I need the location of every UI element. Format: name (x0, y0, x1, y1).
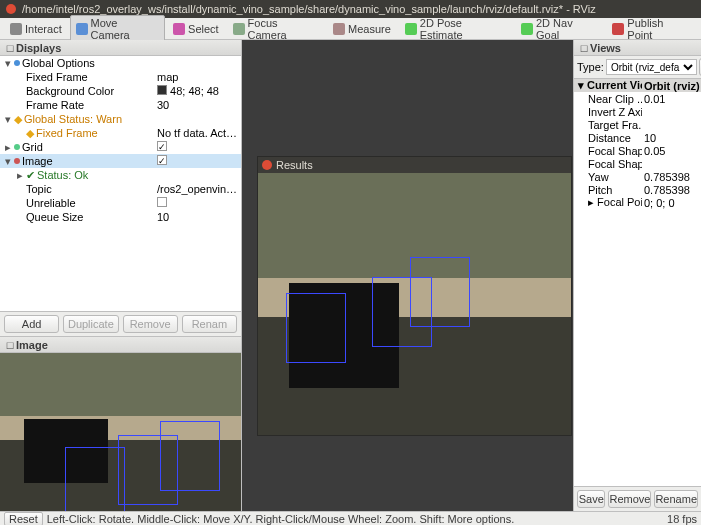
tree-row[interactable]: ▾ Image (0, 154, 241, 168)
views-type-row: Type: Orbit (rviz_defa Zero (574, 56, 701, 79)
results-view: FPS: 18 [0.912][TV/Monitor][0.687][Chair… (258, 173, 571, 435)
view-type-select[interactable]: Orbit (rviz_defa (606, 59, 697, 75)
detection-box (65, 447, 125, 511)
tool-interact[interactable]: Interact (4, 21, 68, 37)
view-prop-row[interactable]: Focal Shap...0.05 (574, 144, 701, 157)
views-buttons: Save Remove Rename (574, 486, 701, 511)
view-prop-row[interactable]: Pitch0.785398 (574, 183, 701, 196)
view-prop-row[interactable]: Distance10 (574, 131, 701, 144)
image-panel-header[interactable]: □ Image (0, 337, 241, 353)
remove-button[interactable]: Remove (123, 315, 178, 333)
results-title-text: Results (276, 159, 313, 171)
tool-focus-camera[interactable]: Focus Camera (227, 15, 325, 43)
tool-pose[interactable]: 2D Pose Estimate (399, 15, 513, 43)
results-window[interactable]: Results FPS: 18 [0.912][TV/Monitor][0.68… (257, 156, 572, 436)
detection-box (372, 277, 432, 347)
displays-title: Displays (16, 42, 61, 54)
close-icon[interactable] (262, 160, 272, 170)
warn-icon: ◆ (26, 127, 34, 140)
ok-icon: ✔ (26, 169, 35, 182)
tree-row[interactable]: ▸✔ Status: Ok (0, 168, 241, 182)
displays-header[interactable]: □ Displays (0, 40, 241, 56)
collapse-icon[interactable]: □ (4, 339, 16, 351)
views-title: Views (590, 42, 621, 54)
tree-row[interactable]: Fixed Framemap (0, 70, 241, 84)
focus-camera-icon (233, 23, 245, 35)
image-panel: □ Image FPS: 18 [0.912][TV/Moni[0.687][C… (0, 336, 241, 511)
tool-move-camera[interactable]: Move Camera (70, 15, 165, 43)
grid-icon (14, 144, 20, 150)
tree-row[interactable]: ▾ Global Options (0, 56, 241, 70)
results-titlebar[interactable]: Results (258, 157, 571, 173)
collapse-icon[interactable]: □ (578, 42, 590, 54)
tool-publish[interactable]: Publish Point (606, 15, 697, 43)
reset-button[interactable]: Reset (4, 512, 43, 526)
displays-tree[interactable]: ▾ Global Options Fixed Framemap Backgrou… (0, 56, 241, 311)
rename-button[interactable]: Rename (654, 490, 698, 508)
image-view[interactable]: FPS: 18 [0.912][TV/Moni[0.687][Chair][0.… (0, 353, 241, 511)
move-camera-icon (76, 23, 88, 35)
duplicate-button[interactable]: Duplicate (63, 315, 118, 333)
add-button[interactable]: Add (4, 315, 59, 333)
tree-row[interactable]: ▸ Grid (0, 140, 241, 154)
image-icon (14, 158, 20, 164)
rename-button[interactable]: Renam (182, 315, 237, 333)
tree-row[interactable]: Unreliable (0, 196, 241, 210)
image-panel-title: Image (16, 339, 48, 351)
tree-row[interactable]: ▾◆ Global Status: Warn (0, 112, 241, 126)
tool-nav[interactable]: 2D Nav Goal (515, 15, 604, 43)
nav-icon (521, 23, 533, 35)
tree-row[interactable]: Background Color 48; 48; 48 (0, 84, 241, 98)
checkbox[interactable] (157, 141, 167, 151)
select-icon (173, 23, 185, 35)
tool-select[interactable]: Select (167, 21, 225, 37)
status-hint: Left-Click: Rotate. Middle-Click: Move X… (47, 513, 514, 525)
view-prop-row[interactable]: Focal Shap... (574, 157, 701, 170)
type-label: Type: (577, 61, 604, 73)
close-icon[interactable] (6, 4, 16, 14)
detection-box (118, 435, 178, 505)
tool-measure[interactable]: Measure (327, 21, 397, 37)
content-area: □ Displays ▾ Global Options Fixed Framem… (0, 40, 701, 511)
view-prop-row[interactable]: ▸ Focal Point0; 0; 0 (574, 196, 701, 209)
current-view-row[interactable]: ▾ Current ViewOrbit (rviz) (574, 79, 701, 92)
status-fps: 18 fps (667, 513, 697, 525)
views-panel: □ Views Type: Orbit (rviz_defa Zero ▾ Cu… (573, 40, 701, 511)
collapse-icon[interactable]: □ (4, 42, 16, 54)
save-button[interactable]: Save (577, 490, 605, 508)
view-prop-row[interactable]: Target Fra... (574, 118, 701, 131)
window-title: /home/intel/ros2_overlay_ws/install/dyna… (22, 3, 596, 15)
remove-button[interactable]: Remove (608, 490, 651, 508)
pose-icon (405, 23, 417, 35)
viewport-3d[interactable]: Results FPS: 18 [0.912][TV/Monitor][0.68… (242, 40, 573, 511)
warn-icon: ◆ (14, 113, 22, 126)
left-panel: □ Displays ▾ Global Options Fixed Framem… (0, 40, 242, 511)
tree-row[interactable]: Topic/ros2_openvino_toolkit/image_rviz (0, 182, 241, 196)
views-tree[interactable]: ▾ Current ViewOrbit (rviz) Near Clip ...… (574, 79, 701, 486)
tree-row[interactable]: Frame Rate30 (0, 98, 241, 112)
color-swatch[interactable] (157, 85, 167, 95)
views-header[interactable]: □ Views (574, 40, 701, 56)
measure-icon (333, 23, 345, 35)
status-bar: Reset Left-Click: Rotate. Middle-Click: … (0, 511, 701, 525)
view-prop-row[interactable]: Near Clip ...0.01 (574, 92, 701, 105)
main-toolbar: InteractMove CameraSelectFocus CameraMea… (0, 18, 701, 40)
publish-icon (612, 23, 624, 35)
checkbox[interactable] (157, 197, 167, 207)
checkbox[interactable] (157, 155, 167, 165)
tree-row[interactable]: Queue Size10 (0, 210, 241, 224)
view-prop-row[interactable]: Invert Z Axis (574, 105, 701, 118)
displays-buttons: Add Duplicate Remove Renam (0, 311, 241, 336)
interact-icon (10, 23, 22, 35)
tree-row[interactable]: ◆ Fixed FrameNo tf data. Actual error: F… (0, 126, 241, 140)
detection-box (286, 293, 346, 363)
globe-icon (14, 60, 20, 66)
view-prop-row[interactable]: Yaw0.785398 (574, 170, 701, 183)
